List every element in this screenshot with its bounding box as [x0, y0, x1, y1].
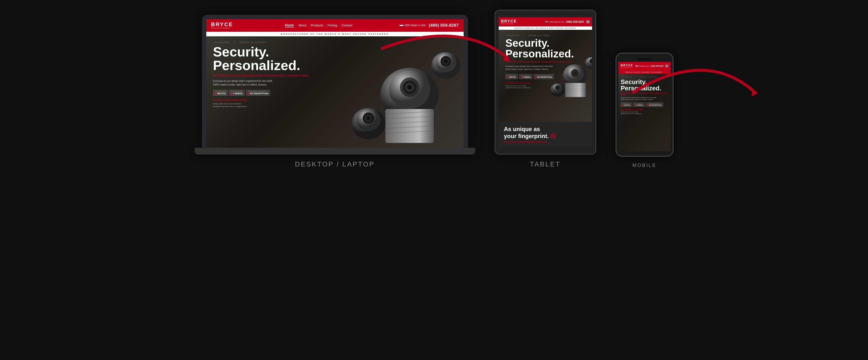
- mobile-hero-cta[interactable]: Key-Rex® Bolt & Driver Bit ›: [621, 109, 668, 110]
- laptop-logo-sub: Security & Fastener: [211, 27, 233, 29]
- mobile-badge-icon-1: #: [622, 104, 624, 106]
- laptop-hero: PATENTED | NEVER IN STORES Security. Per…: [206, 36, 464, 148]
- svg-point-18: [367, 116, 371, 120]
- tablet-hero-desc: Exclusive-to-you design that's engineere…: [505, 65, 585, 71]
- tablet-bottom-headline: As unique as your fingerprint.: [504, 126, 587, 140]
- badge-security-icon: ⬡: [248, 92, 250, 94]
- laptop-hero-cta[interactable]: Key-Rex® Bolt & Driver Bit ›: [213, 99, 457, 102]
- mobile-hero: PATENTED | NEVER IN STORES Security. Per…: [618, 74, 671, 151]
- laptop-phone[interactable]: (480) 559-8287: [429, 23, 459, 28]
- mobile-frame: BRYCE Security & Fastener 100% Made in U…: [616, 53, 674, 157]
- tablet-nav-right: 100% Made in USA (480) 559-8287: [546, 20, 589, 23]
- mobile-hero-cta-sub: Shown with one of over 55 billion possib…: [621, 111, 668, 115]
- tablet-nav: BRYCE Security & Fastener 100% Made in U…: [499, 17, 592, 26]
- us-flag-icon: [400, 24, 403, 27]
- tablet-phone[interactable]: (480) 559-8287: [566, 20, 584, 23]
- laptop-hero-subtitle: KEY-REX® Custom Manufactured Security Bo…: [213, 74, 457, 77]
- tablet-badge-security: MAXIMUM SECURITY ⬡ BIT ENCRYPTION: [534, 74, 554, 79]
- svg-rect-8: [385, 109, 434, 143]
- tablet-badge-pieces: AS FEW AS # 500 PCS: [505, 74, 518, 79]
- laptop-tagline: MANUFACTURER OF THE WORLD'S MOST SECURE …: [206, 32, 464, 36]
- tablet-screen: BRYCE Security & Fastener 100% Made in U…: [499, 17, 592, 147]
- mobile-hamburger[interactable]: [665, 65, 668, 67]
- laptop-hero-eyebrow: PATENTED | NEVER IN STORES: [213, 41, 457, 44]
- laptop-device: BRYCE Security & Fastener Home About Pro…: [195, 15, 475, 168]
- nav-link-home[interactable]: Home: [285, 23, 294, 27]
- badge-pieces: AS FEW AS # 500 PCS: [213, 90, 227, 96]
- mobile-badge-2: AS SOON AS ⟳ 2 WEEKS: [633, 103, 645, 107]
- laptop-hero-cta-sub: Shown with one of over 55 billion possib…: [213, 103, 457, 108]
- laptop-nav: BRYCE Security & Fastener Home About Pro…: [206, 19, 464, 32]
- mobile-hero-badges: AS FEW AS # 500 PCS AS SOON AS: [621, 103, 668, 107]
- mobile-hero-desc: Exclusive-to-you design that's engineere…: [621, 96, 668, 101]
- mobile-flag-icon: [636, 65, 638, 67]
- tablet-hero-badges: AS FEW AS # 500 PCS AS SOON AS: [505, 74, 585, 79]
- made-in-usa-text: 100% Made in USA: [404, 24, 426, 27]
- tablet-badge-icon-2: ⟳: [521, 76, 523, 78]
- mobile-hero-content: PATENTED | NEVER IN STORES Security. Per…: [618, 74, 671, 151]
- laptop-label: DESKTOP / LAPTOP: [295, 160, 375, 168]
- mobile-badge-icon-3: ⬡: [647, 104, 649, 106]
- devices-row: BRYCE Security & Fastener Home About Pro…: [14, 10, 854, 168]
- mobile-logo: BRYCE Security & Fastener: [621, 64, 633, 68]
- laptop-screen: BRYCE Security & Fastener Home About Pro…: [206, 19, 464, 148]
- nav-link-contact[interactable]: Contact: [341, 24, 352, 27]
- tablet-hero-cta[interactable]: Key-Rex® Bolt & Driver Bit ›: [505, 82, 585, 84]
- mobile-badge-3: MAXIMUM SECURITY ⬡ BIT ENCRYPTION: [646, 103, 663, 107]
- mobile-tagline: WORLD'S MOST SECURE FASTENERS™: [618, 71, 671, 74]
- tablet-logo: BRYCE Security & Fastener: [501, 19, 517, 25]
- tablet-logo-sub: Security & Fastener: [501, 23, 517, 25]
- tablet-frame: BRYCE Security & Fastener 100% Made in U…: [495, 10, 596, 155]
- mobile-phone[interactable]: (480) 559-8287: [651, 65, 664, 67]
- tablet-logo-area: BRYCE Security & Fastener: [501, 19, 517, 25]
- fingerprint-icon: [550, 133, 556, 139]
- nav-link-pricing[interactable]: Pricing: [328, 24, 337, 27]
- mobile-hero-title: Security. Personalized.: [621, 79, 668, 91]
- tablet-bottom-sub: More secure than any tamper-proof screw: [504, 141, 587, 143]
- tablet-hero-title: Security. Personalized.: [505, 38, 585, 59]
- tablet-device: BRYCE Security & Fastener 100% Made in U…: [495, 10, 596, 168]
- badge-security: MAXIMUM SECURITY ⬡ BIT ENCRYPTION: [246, 90, 270, 96]
- mobile-hero-subtitle: KEY-REX® Custom Manufactured Security Bo…: [621, 92, 668, 96]
- tablet-tagline: MANUFACTURER OF THE WORLD'S MOST SECURE …: [499, 26, 592, 30]
- tablet-hero-content: PATENTED | NEVER IN STORES Security. Per…: [499, 30, 592, 94]
- tablet-hero-cta-sub: Shown with one of over 55 billion possib…: [505, 85, 585, 89]
- mobile-nav-right: 100% Made in USA (480) 559-8287: [636, 65, 668, 67]
- laptop-hero-title: Security. Personalized.: [213, 45, 457, 72]
- laptop-flag: 100% Made in USA: [400, 24, 426, 27]
- main-canvas: BRYCE Security & Fastener Home About Pro…: [0, 0, 868, 360]
- tablet-hero-eyebrow: PATENTED | NEVER IN STORES: [505, 35, 585, 36]
- tablet-badge-weeks: AS SOON AS ⟳ 2 WEEKS: [519, 74, 532, 79]
- laptop-logo-name: BRYCE: [211, 22, 233, 27]
- tablet-logo-name: BRYCE: [501, 19, 517, 23]
- mobile-notch: [637, 58, 652, 60]
- laptop-hero-desc: Exclusive-to-you design that's engineere…: [213, 79, 457, 86]
- mobile-label: MOBILE: [632, 163, 657, 168]
- tablet-hamburger[interactable]: [586, 21, 590, 23]
- nav-link-products[interactable]: Products: [311, 24, 323, 27]
- tablet-hero: PATENTED | NEVER IN STORES Security. Per…: [499, 30, 592, 122]
- badge-weeks: AS SOON AS ⟳ 2 WEEKS: [229, 90, 245, 96]
- laptop-nav-links: Home About Products Pricing Contact: [285, 23, 352, 27]
- mobile-nav: BRYCE Security & Fastener 100% Made in U…: [618, 62, 671, 71]
- mobile-device: BRYCE Security & Fastener 100% Made in U…: [616, 53, 674, 168]
- svg-point-48: [553, 136, 553, 137]
- tablet-label: TABLET: [530, 160, 561, 168]
- laptop-base: [195, 148, 475, 155]
- laptop-nav-right: 100% Made in USA (480) 559-8287: [400, 23, 459, 28]
- laptop-frame: BRYCE Security & Fastener Home About Pro…: [202, 15, 468, 148]
- tablet-badge-icon-3: ⬡: [535, 76, 537, 78]
- mobile-badge-icon-2: ⟳: [634, 104, 636, 106]
- badge-weeks-icon: ⟳: [231, 92, 232, 94]
- laptop-logo: BRYCE Security & Fastener: [211, 22, 233, 29]
- mobile-screen: BRYCE Security & Fastener 100% Made in U…: [618, 62, 671, 151]
- mobile-hero-eyebrow: PATENTED | NEVER IN STORES: [621, 76, 668, 78]
- mobile-badge-1: AS FEW AS # 500 PCS: [621, 103, 632, 107]
- tablet-badge-icon-1: #: [507, 76, 509, 78]
- nav-link-about[interactable]: About: [298, 24, 306, 27]
- laptop-logo-area: BRYCE Security & Fastener: [211, 22, 233, 29]
- tablet-hero-subtitle: KEY-REX® Custom Manufactured Security Bo…: [505, 61, 585, 63]
- laptop-hero-badges: AS FEW AS # 500 PCS AS SOON AS: [213, 90, 457, 96]
- laptop-hero-content: PATENTED | NEVER IN STORES Security. Per…: [206, 36, 464, 113]
- mobile-flag: 100% Made in USA: [636, 65, 649, 67]
